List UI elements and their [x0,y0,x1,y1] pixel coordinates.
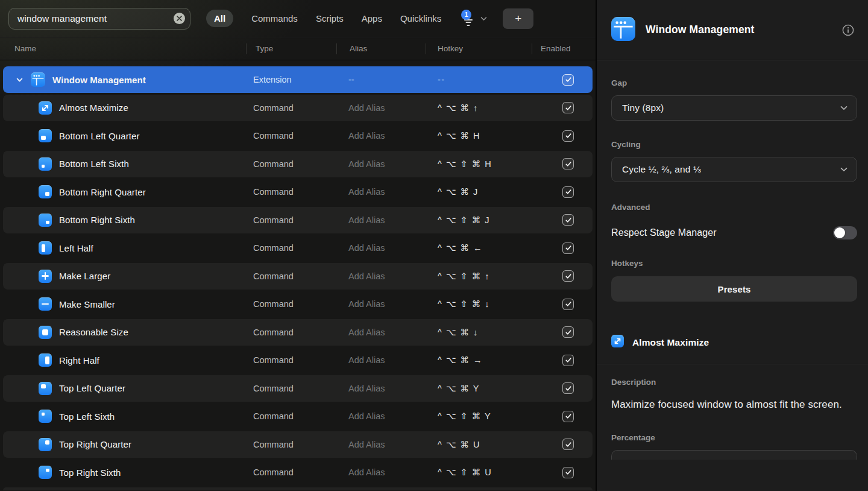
tab-scripts[interactable]: Scripts [316,10,344,27]
table-row[interactable]: Make LargerCommandAdd Alias^ ⌥ ⇧ ⌘ ↑ [3,263,593,290]
search-input[interactable]: window management [8,8,190,30]
row-name: Bottom Right Sixth [59,215,135,225]
row-type: Command [253,299,348,309]
enabled-checkbox[interactable] [562,130,574,142]
tab-apps[interactable]: Apps [362,10,382,27]
add-alias-button[interactable]: Add Alias [348,271,438,281]
top-right-quarter-icon [39,438,52,451]
filter-badge: 1 [461,10,471,20]
row-type: Command [253,271,348,281]
details-panel: Window Management Gap Tiny (8px) Cycling… [597,0,868,491]
row-hotkey[interactable]: ^ ⌥ ⇧ ⌘ U [438,467,544,477]
add-alias-button[interactable]: Add Alias [348,467,438,477]
row-hotkey[interactable]: ^ ⌥ ⇧ ⌘ ↑ [438,271,544,281]
enabled-checkbox[interactable] [562,439,574,450]
enabled-checkbox[interactable] [562,467,574,478]
row-type: Command [253,440,348,449]
table-row[interactable]: Top Left QuarterCommandAdd Alias^ ⌥ ⌘ Y [3,375,593,402]
row-hotkey[interactable]: ^ ⌥ ⌘ ↓ [438,328,544,337]
add-alias-button[interactable]: Add Alias [348,103,438,113]
row-name: Top Left Quarter [59,383,125,393]
add-alias-button[interactable]: Add Alias [348,159,438,169]
column-header-name[interactable]: Name [0,44,246,53]
table-row[interactable]: Make SmallerCommandAdd Alias^ ⌥ ⇧ ⌘ ↓ [3,291,593,317]
gap-value: Tiny (8px) [622,103,664,113]
enabled-checkbox[interactable] [562,74,574,86]
gap-dropdown[interactable]: Tiny (8px) [611,95,857,121]
table-row[interactable]: Top Right QuarterCommandAdd Alias^ ⌥ ⌘ U [3,431,593,458]
bottom-left-sixth-icon [39,157,52,171]
filter-icon: 1 [462,11,475,26]
filter-button[interactable]: 1 [462,11,487,26]
enabled-checkbox[interactable] [562,186,574,198]
percentage-label: Percentage [611,433,857,442]
add-alias-button[interactable]: Add Alias [348,243,438,253]
enabled-checkbox[interactable] [562,382,574,394]
row-hotkey[interactable]: ^ ⌥ ⌘ J [438,187,544,197]
table-row[interactable]: Bottom Left QuarterCommandAdd Alias^ ⌥ ⌘… [3,122,593,149]
enabled-checkbox[interactable] [562,299,574,310]
enabled-checkbox[interactable] [562,214,574,226]
table-row[interactable]: Bottom Right QuarterCommandAdd Alias^ ⌥ … [3,179,593,205]
table-row[interactable]: Top Left SixthCommandAdd Alias^ ⌥ ⇧ ⌘ Y [3,403,593,429]
row-hotkey[interactable]: ^ ⌥ ⌘ ↑ [438,103,544,113]
percentage-input[interactable] [611,450,857,460]
row-hotkey[interactable]: ^ ⌥ ⇧ ⌘ J [438,215,544,225]
add-alias-button[interactable]: Add Alias [348,328,438,337]
table-row[interactable]: Right HalfCommandAdd Alias^ ⌥ ⌘ → [3,347,593,373]
row-hotkey[interactable]: ^ ⌥ ⌘ → [438,355,544,365]
column-header-enabled[interactable]: Enabled [532,44,596,53]
almost-maximize-icon [39,101,52,115]
add-alias-button[interactable]: Add Alias [348,131,438,141]
table-row[interactable]: Reasonable SizeCommandAdd Alias^ ⌥ ⌘ ↓ [3,319,593,346]
enabled-checkbox[interactable] [562,411,574,422]
table-row[interactable]: Top Right SixthCommandAdd Alias^ ⌥ ⇧ ⌘ U [3,459,593,486]
table-row[interactable]: Bottom Left SixthCommandAdd Alias^ ⌥ ⇧ ⌘… [3,151,593,177]
add-alias-button[interactable]: Add Alias [348,215,438,225]
expand-chevron-icon[interactable] [15,76,24,84]
add-alias-button[interactable]: Add Alias [348,384,438,393]
row-hotkey[interactable]: ^ ⌥ ⌘ H [438,131,544,141]
bottom-right-quarter-icon [39,185,52,198]
column-header-hotkey[interactable]: Hotkey [426,44,532,53]
enabled-checkbox[interactable] [562,355,574,366]
tab-quicklinks[interactable]: Quicklinks [400,10,441,27]
enabled-checkbox[interactable] [562,158,574,169]
add-alias-button[interactable]: Add Alias [348,440,438,449]
enabled-checkbox[interactable] [562,102,574,113]
row-hotkey[interactable]: ^ ⌥ ⌘ U [438,440,544,449]
row-name: Make Smaller [59,299,115,309]
window-management-icon [611,17,635,41]
row-name: Make Larger [59,271,110,281]
add-alias-button[interactable]: Add Alias [348,355,438,365]
add-alias-button[interactable]: Add Alias [348,299,438,309]
clear-search-icon[interactable] [174,13,185,24]
row-hotkey[interactable]: ^ ⌥ ⌘ ← [438,243,544,253]
table-row[interactable]: Window ManagementExtension---- [3,66,593,93]
row-type: Command [253,411,348,421]
row-hotkey[interactable]: -- [438,75,544,84]
column-header-alias[interactable]: Alias [336,44,426,53]
enabled-checkbox[interactable] [562,326,574,338]
type-filter-tabs: AllCommandsScriptsAppsQuicklinks [206,10,441,27]
row-hotkey[interactable]: ^ ⌥ ⌘ Y [438,384,544,393]
stage-manager-toggle[interactable] [833,226,857,239]
add-alias-button[interactable]: Add Alias [348,411,438,421]
row-hotkey[interactable]: ^ ⌥ ⇧ ⌘ ↓ [438,299,544,309]
row-type: Command [253,243,348,253]
info-icon[interactable] [840,22,856,38]
add-alias-button[interactable]: Add Alias [348,187,438,197]
row-hotkey[interactable]: ^ ⌥ ⇧ ⌘ Y [438,411,544,421]
column-header-type[interactable]: Type [246,44,336,53]
table-row[interactable]: Bottom Right SixthCommandAdd Alias^ ⌥ ⇧ … [3,207,593,233]
presets-button[interactable]: Presets [611,276,857,302]
row-hotkey[interactable]: ^ ⌥ ⇧ ⌘ H [438,159,544,169]
add-extension-button[interactable]: + [503,8,533,29]
tab-all[interactable]: All [206,10,233,27]
tab-commands[interactable]: Commands [251,10,298,27]
cycling-dropdown[interactable]: Cycle ½, ⅔, and ⅓ [611,157,857,182]
enabled-checkbox[interactable] [562,242,574,254]
table-row[interactable]: Left HalfCommandAdd Alias^ ⌥ ⌘ ← [3,235,593,261]
table-row[interactable]: Almost MaximizeCommandAdd Alias^ ⌥ ⌘ ↑ [3,95,593,121]
enabled-checkbox[interactable] [562,270,574,282]
